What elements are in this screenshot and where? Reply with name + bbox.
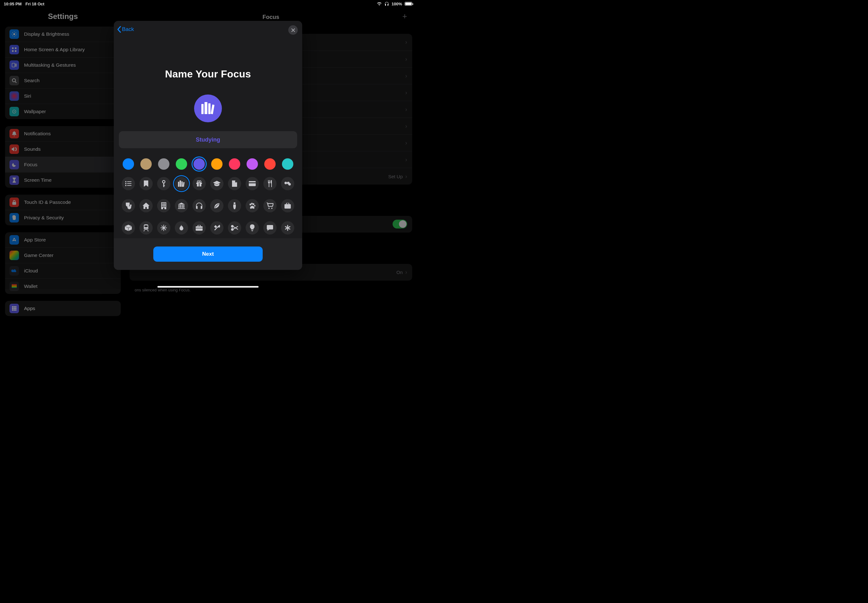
svg-rect-29 — [15, 308, 16, 309]
modal-title: Name Your Focus — [119, 68, 297, 80]
building-icon-option[interactable] — [157, 199, 170, 212]
svg-rect-77 — [183, 205, 184, 208]
key-icon-option[interactable] — [157, 177, 170, 190]
house-icon-option[interactable] — [139, 199, 153, 212]
svg-point-84 — [268, 208, 270, 209]
apps-icon — [9, 304, 19, 313]
svg-rect-72 — [165, 206, 166, 207]
svg-rect-67 — [162, 204, 163, 206]
svg-point-82 — [253, 203, 254, 205]
graduation-icon-option[interactable] — [210, 177, 223, 190]
svg-rect-27 — [12, 308, 13, 309]
sidebar-item-apps[interactable]: Apps — [5, 301, 121, 316]
color-swatch[interactable] — [282, 158, 293, 170]
icon-picker — [119, 175, 297, 236]
sidebar-item-label: Apps — [24, 306, 35, 311]
flame-icon-option[interactable] — [175, 221, 188, 235]
svg-rect-103 — [252, 231, 253, 231]
svg-rect-35 — [201, 104, 204, 114]
svg-point-83 — [254, 205, 255, 207]
gift-icon-option[interactable] — [192, 177, 206, 190]
books-icon-option[interactable] — [175, 177, 188, 190]
color-picker — [119, 156, 297, 172]
svg-rect-74 — [179, 205, 179, 208]
svg-point-59 — [285, 182, 287, 184]
snowflake-icon-option[interactable] — [157, 221, 170, 235]
color-swatch[interactable] — [123, 158, 134, 170]
utensils-icon-option[interactable] — [263, 177, 277, 190]
svg-rect-95 — [196, 226, 203, 231]
person-icon-option[interactable] — [228, 199, 241, 212]
status-bar: 10:05 PM Fri 18 Oct 100% — [0, 0, 416, 8]
svg-rect-68 — [163, 204, 164, 206]
svg-rect-86 — [285, 204, 291, 209]
asterisk-icon-option[interactable] — [281, 221, 294, 235]
tools-icon-option[interactable] — [210, 221, 223, 235]
svg-point-41 — [125, 183, 127, 184]
svg-point-99 — [231, 229, 233, 230]
museum-icon-option[interactable] — [175, 199, 188, 212]
books-icon — [201, 102, 215, 115]
color-swatch[interactable] — [246, 158, 258, 170]
chevron-left-icon — [117, 26, 121, 33]
controller-icon-option[interactable] — [281, 177, 294, 190]
document-icon-option[interactable] — [228, 177, 241, 190]
lightbulb-icon-option[interactable] — [246, 221, 259, 235]
color-swatch[interactable] — [176, 158, 187, 170]
color-swatch[interactable] — [229, 158, 240, 170]
color-swatch[interactable] — [264, 158, 275, 170]
svg-rect-78 — [178, 208, 185, 209]
battery-icon — [405, 2, 412, 6]
svg-rect-24 — [12, 306, 13, 308]
svg-point-39 — [125, 181, 127, 182]
leaf-icon-option[interactable] — [210, 199, 223, 212]
close-button[interactable] — [288, 25, 298, 35]
cart-icon-option[interactable] — [263, 199, 277, 212]
svg-rect-65 — [163, 203, 164, 204]
svg-rect-30 — [12, 309, 13, 311]
list-icon-option[interactable] — [122, 177, 135, 190]
color-swatch[interactable] — [140, 158, 152, 170]
credit-card-icon-option[interactable] — [246, 177, 259, 190]
svg-rect-69 — [165, 204, 166, 206]
scissors-icon-option[interactable] — [228, 221, 241, 235]
svg-rect-48 — [178, 182, 179, 187]
svg-rect-31 — [14, 309, 15, 311]
svg-rect-44 — [127, 185, 132, 186]
name-focus-modal: Back Name Your Focus Next — [114, 21, 302, 270]
color-swatch[interactable] — [158, 158, 169, 170]
home-indicator[interactable] — [158, 286, 258, 288]
close-icon — [291, 28, 295, 32]
chat-icon-option[interactable] — [263, 221, 277, 235]
svg-rect-32 — [15, 309, 16, 311]
briefcase-icon-option[interactable] — [192, 221, 206, 235]
stethoscope-icon-option[interactable] — [122, 199, 135, 212]
focus-preview-circle — [194, 94, 222, 122]
svg-rect-26 — [15, 306, 16, 308]
focus-name-input[interactable] — [119, 131, 297, 148]
svg-rect-76 — [182, 205, 183, 208]
next-button[interactable]: Next — [153, 246, 263, 262]
sidebar-section-apps-root: Apps — [5, 301, 121, 316]
svg-rect-47 — [163, 185, 165, 186]
back-button[interactable]: Back — [114, 26, 134, 33]
color-swatch[interactable] — [193, 158, 205, 170]
paw-icon-option[interactable] — [246, 199, 259, 212]
train-icon-option[interactable] — [139, 221, 153, 235]
status-date: Fri 18 Oct — [25, 2, 44, 6]
bookmark-icon-option[interactable] — [139, 177, 153, 190]
svg-rect-51 — [183, 182, 185, 187]
briefcase-alt-icon-option[interactable] — [281, 199, 294, 212]
headphones-icon — [384, 2, 389, 6]
box-icon-option[interactable] — [122, 221, 135, 235]
svg-rect-58 — [249, 182, 256, 183]
svg-point-80 — [250, 204, 251, 206]
color-swatch[interactable] — [211, 158, 223, 170]
svg-point-90 — [147, 229, 148, 229]
svg-rect-25 — [14, 306, 15, 308]
svg-point-85 — [271, 208, 272, 209]
headphones-icon-option[interactable] — [192, 199, 206, 212]
svg-rect-64 — [162, 203, 163, 204]
svg-rect-73 — [163, 208, 164, 209]
svg-rect-54 — [199, 182, 200, 187]
